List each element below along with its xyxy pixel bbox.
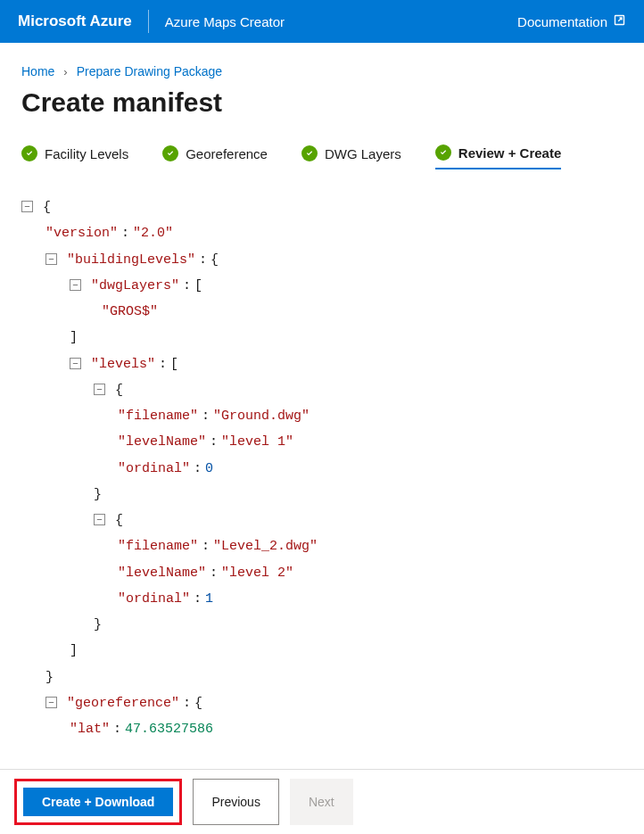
collapse-toggle[interactable]: − (45, 697, 57, 708)
wizard-footer: Create + Download Previous Next (0, 769, 644, 834)
json-version: 2.0 (141, 226, 165, 241)
check-icon (21, 145, 37, 161)
breadcrumb: Home › Prepare Drawing Package (21, 64, 623, 78)
json-level0-filename: Ground.dwg (221, 409, 301, 424)
documentation-link[interactable]: Documentation (517, 13, 626, 29)
json-level0-ordinal: 0 (205, 461, 213, 476)
next-button: Next (290, 779, 353, 825)
check-icon (435, 145, 451, 161)
tab-label: Facility Levels (45, 146, 128, 161)
tab-label: Review + Create (458, 145, 561, 161)
json-level0-levelname: level 1 (229, 434, 285, 450)
breadcrumb-separator: › (63, 65, 67, 78)
external-link-icon (613, 13, 626, 29)
previous-button[interactable]: Previous (193, 779, 278, 825)
tab-label: Georeference (186, 146, 268, 161)
collapse-toggle[interactable]: − (94, 514, 105, 525)
collapse-toggle[interactable]: − (70, 279, 81, 291)
brand-title[interactable]: Microsoft Azure (18, 12, 132, 30)
check-icon (162, 145, 178, 161)
product-name[interactable]: Azure Maps Creator (165, 14, 285, 29)
tab-georeference[interactable]: Georeference (162, 145, 268, 169)
tab-dwg-layers[interactable]: DWG Layers (301, 145, 401, 169)
documentation-label: Documentation (517, 14, 607, 29)
tab-review-create[interactable]: Review + Create (435, 145, 561, 169)
manifest-json-viewer: − { "version":"2.0" − "buildingLevels":{… (21, 194, 623, 747)
app-header: Microsoft Azure Azure Maps Creator Docum… (0, 0, 644, 43)
json-level1-filename: Level_2.dwg (221, 539, 310, 554)
json-dwglayer-0: GROS$ (110, 304, 150, 319)
page-title: Create manifest (21, 87, 623, 118)
breadcrumb-current[interactable]: Prepare Drawing Package (77, 64, 222, 78)
collapse-toggle[interactable]: − (70, 358, 81, 369)
check-icon (301, 145, 318, 161)
collapse-toggle[interactable]: − (21, 201, 33, 212)
tab-facility-levels[interactable]: Facility Levels (21, 145, 128, 169)
collapse-toggle[interactable]: − (94, 384, 105, 395)
tab-label: DWG Layers (325, 146, 401, 161)
create-download-button[interactable]: Create + Download (23, 788, 173, 816)
collapse-toggle[interactable]: − (45, 253, 57, 265)
json-level1-ordinal: 1 (205, 591, 213, 607)
create-highlight: Create + Download (14, 779, 182, 825)
json-geo-lat: 47.63527586 (125, 722, 213, 737)
wizard-tabs: Facility Levels Georeference DWG Layers … (21, 145, 623, 169)
header-divider (148, 10, 149, 33)
breadcrumb-home[interactable]: Home (21, 64, 54, 78)
json-level1-levelname: level 2 (229, 566, 285, 581)
